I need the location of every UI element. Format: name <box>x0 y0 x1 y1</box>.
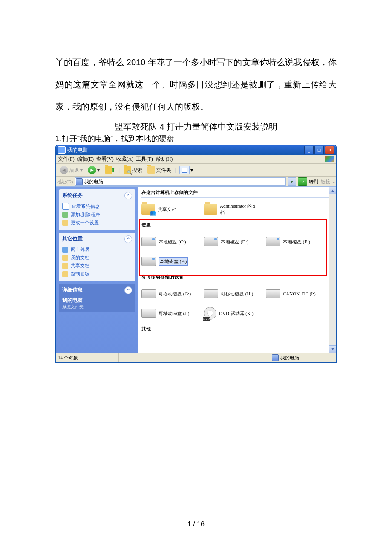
place-shared[interactable]: 共享文档 <box>62 262 132 270</box>
usb-icon <box>141 289 156 298</box>
collapse-icon[interactable]: ⌃ <box>124 192 132 199</box>
scrollbar[interactable]: ▲ ▼ <box>329 187 336 353</box>
status-count: 14 个对象 <box>56 353 119 362</box>
views-button[interactable]: ▾ <box>178 165 195 175</box>
forward-button[interactable]: ►▾ <box>86 165 101 175</box>
toolbar: ◄后退▾ ►▾ ⬆ | 搜索 文件夹 | ▾ <box>56 164 336 177</box>
place-network[interactable]: 网上邻居 <box>62 246 132 254</box>
removable-h[interactable]: 可移动磁盘 (H:) <box>204 284 266 304</box>
scroll-up-button[interactable]: ▲ <box>329 187 336 194</box>
task-addremove[interactable]: 添加/删除程序 <box>62 211 132 219</box>
window-title: 我的电脑 <box>67 147 88 154</box>
subtitle: 盟军敢死队 4 打击力量简体中文版安装说明 <box>55 121 337 133</box>
intro-paragraph: 丫的百度，爷特么 2010 年花了一个多小时写下的文章你特么说我侵权，你妈的这篇… <box>55 51 337 118</box>
content-area: 在这台计算机上存储的文件 共享文档 Administrator 的文档 硬盘 本… <box>138 187 336 353</box>
addressbar: 地址(D) 我的电脑 ▾ ➔ 转到 链接 » <box>56 177 336 187</box>
dvd-icon <box>204 307 216 320</box>
status-location: 我的电脑 <box>270 353 336 362</box>
folder-icon <box>204 204 217 215</box>
links-label[interactable]: 链接 <box>321 179 330 185</box>
xp-window: 我的电脑 _ □ ✕ 文件(F) 编辑(E) 查看(V) 收藏(A) 工具(T)… <box>55 145 337 363</box>
folder-admin-docs[interactable]: Administrator 的文档 <box>204 199 266 219</box>
red-highlight-box <box>139 219 327 276</box>
disk-icon <box>204 237 218 246</box>
usb-icon <box>266 289 280 298</box>
step-1: 1.打开“我的电脑”，找到本地的硬盘 <box>55 133 337 144</box>
task-settings[interactable]: 更改一个设置 <box>62 219 132 227</box>
collapse-icon[interactable]: ⌃ <box>124 235 132 243</box>
task-sysinfo[interactable]: 查看系统信息 <box>62 202 132 211</box>
menu-view[interactable]: 查看(V) <box>96 156 114 163</box>
scroll-down-button[interactable]: ▼ <box>329 345 336 353</box>
go-button[interactable]: ➔ <box>298 177 307 186</box>
close-button[interactable]: ✕ <box>325 146 334 154</box>
address-field[interactable]: 我的电脑 <box>75 177 285 186</box>
address-label: 地址(D) <box>57 179 73 185</box>
menubar: 文件(F) 编辑(E) 查看(V) 收藏(A) 工具(T) 帮助(H) <box>56 155 336 164</box>
page-footer: 1 / 16 <box>55 520 337 528</box>
up-button[interactable]: ⬆ <box>103 165 118 175</box>
usb-icon <box>141 309 156 318</box>
menu-help[interactable]: 帮助(H) <box>156 156 173 163</box>
menu-tools[interactable]: 工具(T) <box>136 156 153 163</box>
back-button[interactable]: ◄后退▾ <box>58 165 84 175</box>
removable-g[interactable]: 可移动磁盘 (G:) <box>141 284 204 304</box>
removable-i[interactable]: CANON_DC (I:) <box>266 284 328 304</box>
titlebar[interactable]: 我的电脑 _ □ ✕ <box>56 145 336 155</box>
place-controlpanel[interactable]: 控制面板 <box>62 270 132 278</box>
dvd-k[interactable]: DVD 驱动器 (K:) <box>204 304 266 323</box>
folder-shared-docs[interactable]: 共享文档 <box>141 199 204 219</box>
usb-icon <box>204 289 218 298</box>
mycomputer-icon <box>58 146 66 154</box>
disk-icon <box>141 237 156 246</box>
mycomputer-icon <box>272 354 279 361</box>
maximize-button[interactable]: □ <box>314 146 324 154</box>
place-mydocs[interactable]: 我的文档 <box>62 254 132 262</box>
disk-icon <box>141 257 156 266</box>
removable-j[interactable]: 可移动磁盘 (J:) <box>141 304 204 323</box>
collapse-icon[interactable]: ⌃ <box>124 286 132 294</box>
address-dropdown[interactable]: ▾ <box>288 177 296 186</box>
panel-system-tasks: 系统任务⌃ 查看系统信息 添加/删除程序 更改一个设置 <box>59 189 135 230</box>
disk-icon <box>266 237 280 246</box>
section-other: 其他 <box>138 323 336 334</box>
section-files: 在这台计算机上存储的文件 <box>138 187 336 197</box>
windows-flag-icon <box>325 156 334 162</box>
folder-icon <box>141 204 155 215</box>
menu-file[interactable]: 文件(F) <box>58 156 75 163</box>
minimize-button[interactable]: _ <box>304 146 314 154</box>
search-button[interactable]: 搜索 <box>122 165 144 175</box>
mycomputer-icon <box>76 178 83 185</box>
menu-fav[interactable]: 收藏(A) <box>116 156 134 163</box>
menu-edit[interactable]: 编辑(E) <box>77 156 94 163</box>
folders-button[interactable]: 文件夹 <box>146 165 173 175</box>
panel-other-places: 其它位置⌃ 网上邻居 我的文档 共享文档 控制面板 <box>59 233 135 281</box>
go-label: 转到 <box>309 179 318 185</box>
statusbar: 14 个对象 我的电脑 <box>56 353 336 362</box>
panel-details: 详细信息⌃ 我的电脑 系统文件夹 <box>59 284 135 312</box>
sidebar: 系统任务⌃ 查看系统信息 添加/删除程序 更改一个设置 其它位置⌃ 网上邻居 我… <box>56 187 138 353</box>
